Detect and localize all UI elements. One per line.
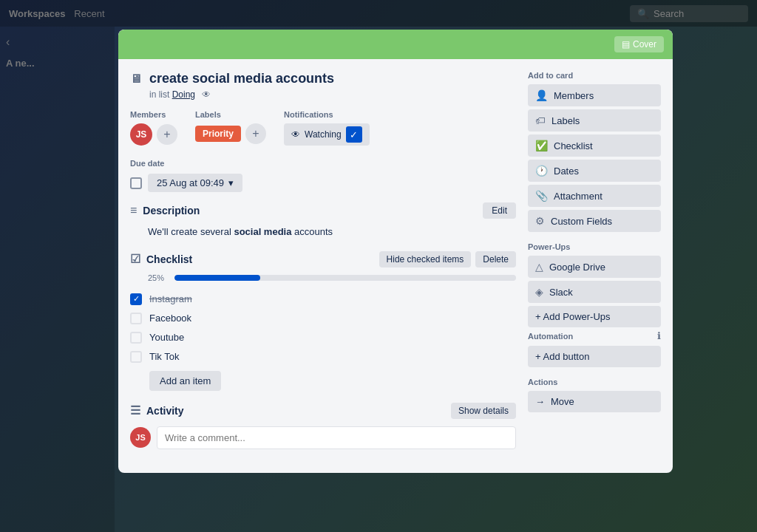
- info-icon: ℹ: [657, 330, 661, 341]
- labels-sidebar-icon: 🏷: [535, 115, 546, 126]
- custom-fields-sidebar-btn[interactable]: ⚙ Custom Fields: [528, 210, 661, 232]
- activity-avatar: JS: [130, 427, 151, 448]
- tiktok-label: Tik Tok: [149, 351, 179, 362]
- power-ups-title: Power-Ups: [528, 242, 661, 251]
- add-power-ups-btn[interactable]: + Add Power-Ups: [528, 306, 661, 327]
- notifications-label: Notifications: [284, 110, 370, 119]
- labels-label: Labels: [195, 110, 266, 119]
- modal-title-row: 🖥 create social media accounts: [130, 71, 516, 86]
- due-date-chevron-icon: ▾: [228, 177, 234, 188]
- members-group: Members JS +: [130, 110, 177, 146]
- activity-input-row: JS: [130, 426, 516, 449]
- priority-badge[interactable]: Priority: [195, 126, 241, 142]
- watching-eye-icon: 👁: [291, 129, 300, 140]
- attachment-sidebar-btn[interactable]: 📎 Attachment: [528, 185, 661, 207]
- labels-group: Labels Priority +: [195, 110, 266, 146]
- move-icon: →: [535, 396, 545, 407]
- watch-eye-icon: 👁: [202, 89, 211, 100]
- description-section: ≡ Description Edit We'll create several …: [130, 202, 516, 239]
- modal-main: 🖥 create social media accounts in list D…: [130, 71, 516, 461]
- youtube-label: Youtube: [149, 332, 184, 343]
- modal-sidebar: Add to card 👤 Members 🏷 Labels ✅ Checkli…: [528, 71, 661, 461]
- description-text: We'll create several social media accoun…: [148, 225, 516, 239]
- in-list-row: in list Doing 👁: [149, 89, 516, 100]
- checklist-item-facebook: Facebook: [130, 309, 516, 328]
- card-title: create social media accounts: [149, 71, 334, 86]
- activity-section: ☰ Activity Show details JS: [130, 403, 516, 449]
- due-date-value: 25 Aug at 09:49: [157, 177, 224, 188]
- edit-description-btn[interactable]: Edit: [483, 202, 516, 219]
- activity-label: Activity: [146, 405, 184, 417]
- checklist-label: Checklist: [146, 253, 192, 265]
- progress-bar-row: 25%: [148, 273, 516, 282]
- tiktok-checkbox[interactable]: [130, 351, 142, 363]
- automation-row: Automation ℹ: [528, 330, 661, 341]
- google-drive-icon: △: [535, 261, 543, 273]
- due-date-label: Due date: [130, 159, 164, 168]
- hide-checked-btn[interactable]: Hide checked items: [379, 251, 472, 267]
- delete-checklist-btn[interactable]: Delete: [475, 251, 516, 267]
- checklist-sidebar-icon: ✅: [535, 140, 548, 151]
- members-sidebar-icon: 👤: [535, 89, 548, 101]
- progress-fill: [174, 275, 260, 281]
- description-label: Description: [143, 205, 200, 216]
- add-button-btn[interactable]: + Add button: [528, 346, 661, 367]
- checklist-items: ✓ Instagram Facebook Youtube Tik Tok: [130, 290, 516, 366]
- progress-percent: 25%: [148, 273, 169, 282]
- list-link[interactable]: Doing: [172, 89, 195, 100]
- youtube-checkbox[interactable]: [130, 332, 142, 344]
- actions-title: Actions: [528, 378, 661, 386]
- checklist-section: ☑ Checklist Hide checked items Delete 25…: [130, 251, 516, 391]
- google-drive-btn[interactable]: △ Google Drive: [528, 256, 661, 278]
- notifications-group: Notifications 👁 Watching ✓: [284, 110, 370, 146]
- dates-sidebar-icon: 🕐: [535, 165, 548, 177]
- members-sidebar-btn[interactable]: 👤 Members: [528, 84, 661, 106]
- add-member-btn[interactable]: +: [157, 124, 177, 145]
- custom-fields-icon: ⚙: [535, 215, 545, 227]
- cover-button[interactable]: ▤ Cover: [614, 36, 664, 52]
- cover-bar: ▤ Cover: [118, 30, 673, 59]
- automation-title: Automation: [528, 332, 573, 341]
- due-date-checkbox[interactable]: [130, 177, 142, 189]
- add-label-btn[interactable]: +: [245, 123, 266, 144]
- checklist-sidebar-btn[interactable]: ✅ Checklist: [528, 134, 661, 157]
- checklist-item-instagram: ✓ Instagram: [130, 290, 516, 309]
- checklist-item-tiktok: Tik Tok: [130, 347, 516, 366]
- checklist-icon: ☑: [130, 252, 140, 266]
- facebook-checkbox[interactable]: [130, 313, 142, 324]
- checklist-item-youtube: Youtube: [130, 328, 516, 347]
- progress-track: [174, 275, 516, 281]
- instagram-checkbox[interactable]: ✓: [130, 293, 142, 305]
- facebook-label: Facebook: [149, 313, 191, 324]
- due-date-btn[interactable]: 25 Aug at 09:49 ▾: [148, 174, 242, 192]
- slack-icon: ◈: [535, 286, 543, 298]
- activity-icon: ☰: [130, 403, 140, 417]
- slack-btn[interactable]: ◈ Slack: [528, 281, 661, 303]
- card-type-icon: 🖥: [130, 72, 142, 86]
- add-item-btn[interactable]: Add an item: [149, 371, 221, 391]
- member-avatar[interactable]: JS: [130, 123, 152, 146]
- description-icon: ≡: [130, 204, 137, 217]
- instagram-label: Instagram: [149, 293, 192, 304]
- attachment-sidebar-icon: 📎: [535, 190, 548, 202]
- members-label: Members: [130, 110, 177, 119]
- watching-check: ✓: [346, 126, 362, 143]
- show-details-btn[interactable]: Show details: [451, 403, 516, 419]
- cover-icon: ▤: [622, 39, 630, 50]
- meta-section: Members JS + Labels Priority + Notificat…: [130, 110, 516, 146]
- due-date-section: Due date 25 Aug at 09:49 ▾: [130, 156, 516, 192]
- labels-sidebar-btn[interactable]: 🏷 Labels: [528, 109, 661, 132]
- dates-sidebar-btn[interactable]: 🕐 Dates: [528, 160, 661, 182]
- comment-input[interactable]: [157, 426, 516, 449]
- watching-badge[interactable]: 👁 Watching ✓: [284, 123, 370, 146]
- add-to-card-title: Add to card: [528, 71, 661, 80]
- watching-label: Watching: [305, 129, 342, 140]
- move-btn[interactable]: → Move: [528, 391, 661, 412]
- card-modal: ▤ Cover 🖥 create social media accounts i…: [118, 30, 673, 473]
